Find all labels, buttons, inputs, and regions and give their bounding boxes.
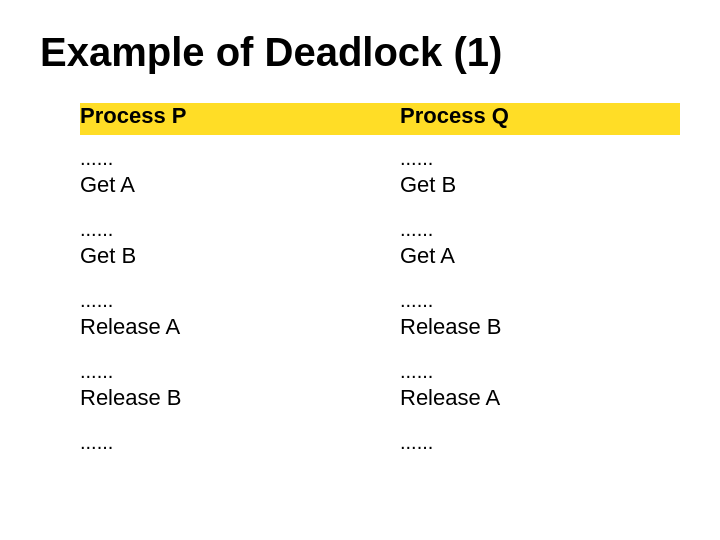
list-item: ...... Release B xyxy=(400,289,680,340)
action-p-get-a: Get A xyxy=(80,172,360,198)
list-item: ...... Get B xyxy=(400,147,680,198)
dots-p-4: ...... xyxy=(80,360,360,383)
action-q-get-a: Get A xyxy=(400,243,680,269)
list-item: ...... Get A xyxy=(80,147,360,198)
content-area: Process P ...... Get A ...... Get B ....… xyxy=(40,103,680,474)
action-p-release-b: Release B xyxy=(80,385,360,411)
list-item: ...... Get A xyxy=(400,218,680,269)
list-item: ...... Release A xyxy=(400,360,680,411)
action-q-release-a: Release A xyxy=(400,385,680,411)
dots-q-5: ...... xyxy=(400,431,680,454)
process-q-header: Process Q xyxy=(400,103,680,129)
list-item: ...... Release A xyxy=(80,289,360,340)
dots-q-1: ...... xyxy=(400,147,680,170)
dots-q-2: ...... xyxy=(400,218,680,241)
list-item: ...... Get B xyxy=(80,218,360,269)
dots-p-1: ...... xyxy=(80,147,360,170)
list-item: ...... xyxy=(400,431,680,454)
dots-p-3: ...... xyxy=(80,289,360,312)
action-p-release-a: Release A xyxy=(80,314,360,340)
page: Example of Deadlock (1) Process P ......… xyxy=(0,0,720,540)
action-p-get-b: Get B xyxy=(80,243,360,269)
list-item: ...... xyxy=(80,431,360,454)
dots-q-4: ...... xyxy=(400,360,680,383)
action-q-get-b: Get B xyxy=(400,172,680,198)
dots-q-3: ...... xyxy=(400,289,680,312)
process-p-header: Process P xyxy=(80,103,360,129)
list-item: ...... Release B xyxy=(80,360,360,411)
column-process-q: Process Q ...... Get B ...... Get A ....… xyxy=(360,103,680,474)
dots-p-2: ...... xyxy=(80,218,360,241)
action-q-release-b: Release B xyxy=(400,314,680,340)
dots-p-5: ...... xyxy=(80,431,360,454)
column-process-p: Process P ...... Get A ...... Get B ....… xyxy=(40,103,360,474)
page-title: Example of Deadlock (1) xyxy=(40,30,680,75)
